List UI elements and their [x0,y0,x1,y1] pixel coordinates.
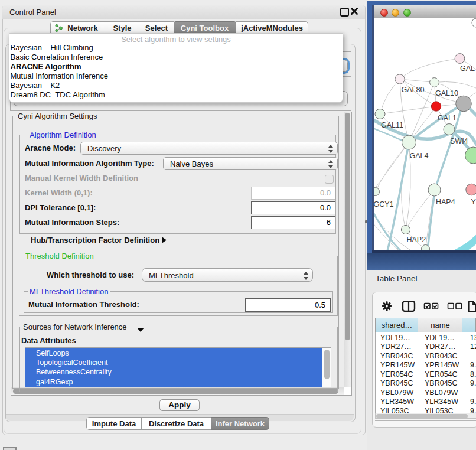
svg-text:Y: Y [471,198,476,206]
svg-text:HAP2: HAP2 [407,236,426,244]
svg-text:SWI4: SWI4 [450,137,468,145]
svg-text:GAL: GAL [460,64,475,73]
svg-text:GCY1: GCY1 [374,200,394,208]
svg-text:GAL10: GAL10 [435,89,458,97]
svg-text:GAL80: GAL80 [402,86,425,94]
svg-text:HAP4: HAP4 [436,198,455,206]
svg-text:GAL11: GAL11 [381,121,403,129]
svg-text:GAL1: GAL1 [438,114,457,122]
svg-text:GAL4: GAL4 [410,152,429,160]
